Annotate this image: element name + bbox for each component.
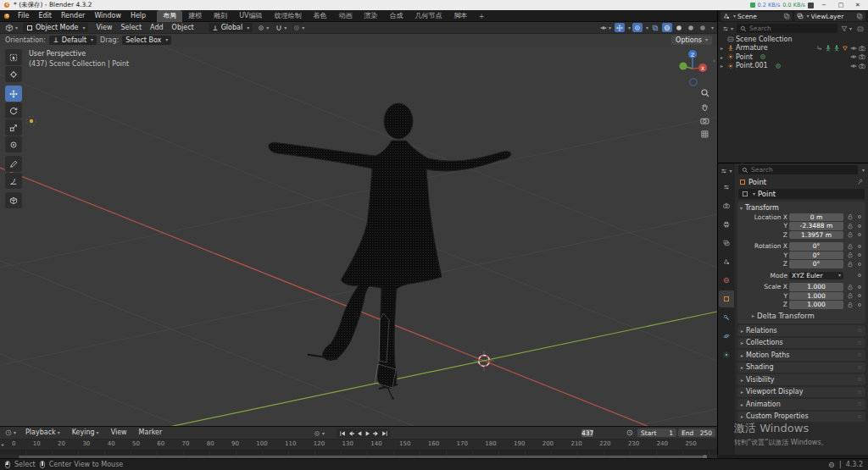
transform-value-field[interactable]: 1.3957 m [789,231,843,240]
lock-icon[interactable] [845,243,854,250]
snap-toggle[interactable]: ▾ [274,23,288,32]
show-overlays-toggle[interactable] [632,23,643,32]
transform-orientation-selector[interactable]: Global ▾ [209,23,253,32]
viewport-menu-item[interactable]: Object [168,22,198,34]
disable-render-icon[interactable] [859,63,865,69]
tab-object[interactable] [719,290,734,307]
cursor-tool[interactable] [5,66,22,82]
menu-item[interactable]: Window [90,10,125,22]
close-button[interactable]: ✕ [851,2,865,8]
lock-icon[interactable] [845,301,854,308]
add-workspace-button[interactable]: + [474,10,490,22]
shading-solid-button[interactable] [674,23,684,32]
transform-value-field[interactable]: -2.3488 m [789,222,843,230]
collapsed-panel[interactable]: ▸ Custom Properties ≡ [737,412,865,423]
lock-icon[interactable] [845,261,854,268]
network-status-icon[interactable] [828,462,835,468]
collapsed-panel[interactable]: ▸ Visibility ≡ [737,374,865,385]
properties-search-input[interactable] [751,166,854,174]
animate-decorator[interactable] [856,215,863,218]
animate-decorator[interactable] [856,285,863,289]
workspace-tab[interactable]: 合成 [384,10,409,22]
frame-start-field[interactable]: Start 1 [637,429,676,437]
blender-menu-icon[interactable] [3,13,10,19]
scene-selector[interactable]: ▾ Scene [721,12,793,21]
transform-value-field[interactable]: 1.000 [789,301,843,309]
hide-viewport-icon[interactable] [850,63,857,69]
collapsed-panel[interactable]: ▸ Viewport Display ≡ [737,387,865,398]
frame-end-field[interactable]: End 250 [678,429,715,437]
play-reverse-button[interactable] [355,429,363,437]
transform-value-field[interactable]: 0° [789,252,843,260]
lock-icon[interactable] [845,223,854,229]
viewport-canvas[interactable]: X Z ‹ [0,46,717,426]
tab-scene[interactable] [719,253,734,270]
animate-decorator[interactable] [856,224,863,228]
collapsed-panel[interactable]: ▸ Collections ≡ [737,338,865,349]
tab-tool[interactable] [719,179,734,196]
lock-icon[interactable] [845,284,854,290]
menu-view[interactable]: View [107,427,131,439]
shading-material-button[interactable] [686,23,696,32]
scale-tool[interactable] [5,119,22,135]
tab-constraints[interactable] [719,309,734,326]
collapsed-panel[interactable]: ▸ Relations ≡ [737,325,865,336]
copy-scene-icon[interactable] [783,13,790,19]
workspace-tab[interactable]: 动画 [333,10,359,22]
properties-search[interactable] [738,165,858,174]
transform-value-field[interactable]: 1.000 [789,283,843,291]
prev-keyframe-button[interactable] [347,429,354,437]
minimize-button[interactable]: − [817,2,831,8]
outliner-display-mode[interactable]: ▾ [721,24,735,33]
disable-render-icon[interactable] [859,45,865,52]
menu-marker[interactable]: Marker [135,427,167,439]
rotate-tool[interactable] [5,102,22,119]
lock-icon[interactable] [845,292,854,299]
tab-output[interactable] [719,216,734,233]
outliner-filter[interactable]: ▾ [839,24,854,33]
menu-item[interactable]: File [14,10,33,22]
timeline-editor-selector[interactable]: ▾ [3,429,18,438]
animate-decorator[interactable] [856,233,863,236]
tab-object-data[interactable] [719,346,734,363]
rotation-mode-dropdown[interactable]: XYZ Euler ▾ [789,272,843,280]
editor-type-selector[interactable]: ▾ [3,23,19,32]
menu-item[interactable]: Help [126,10,150,22]
outliner-row-armature[interactable]: ▸ Armature [718,44,868,53]
tab-physics[interactable] [719,328,734,345]
show-gizmo-toggle[interactable] [615,23,625,32]
viewlayer-selector[interactable]: ▾ ViewLayer [794,12,866,21]
proportional-editing-toggle[interactable]: ▾ [292,23,306,32]
pin-icon[interactable] [857,179,864,185]
menu-item[interactable]: Render [57,10,89,22]
options-dropdown[interactable]: Options ▾ [671,36,712,45]
animate-decorator[interactable] [856,274,863,277]
menu-playback[interactable]: Playback▾ [21,427,64,439]
tab-render[interactable] [719,197,734,214]
copy-viewlayer-icon[interactable] [856,13,863,19]
workspace-tab[interactable]: 建模 [182,10,208,22]
animate-decorator[interactable] [856,263,863,266]
jump-to-end-button[interactable] [381,429,388,437]
animate-decorator[interactable] [856,253,863,257]
workspace-tab[interactable]: 着色 [308,10,333,22]
sidebar-toggle-arrow[interactable]: ‹ [713,58,715,64]
lock-icon[interactable] [845,231,854,238]
auto-keyframe-toggle[interactable]: ▾ [312,429,326,438]
outliner-search[interactable] [737,24,837,33]
orientation-setting-dropdown[interactable]: Default ▾ [49,36,97,45]
animate-decorator[interactable] [856,294,863,297]
collapsed-panel[interactable]: ▸ Shading ≡ [737,362,865,373]
drag-setting-dropdown[interactable]: Select Box ▾ [122,36,171,45]
lock-icon[interactable] [845,213,854,220]
transform-value-field[interactable]: 0° [789,242,843,251]
outliner-row-point-001[interactable]: ▸ Point.001 [718,62,868,71]
jump-to-start-button[interactable] [338,429,346,437]
select-box-tool[interactable] [5,49,22,65]
viewport-menu-item[interactable]: Select [116,22,146,34]
workspace-tab[interactable]: 纹理绘制 [269,10,308,22]
transform-value-field[interactable]: 0° [789,260,843,268]
mode-selector[interactable]: Object Mode ▾ [23,23,88,32]
play-button[interactable] [364,429,371,437]
pivot-point-selector[interactable]: ▾ [256,23,270,32]
